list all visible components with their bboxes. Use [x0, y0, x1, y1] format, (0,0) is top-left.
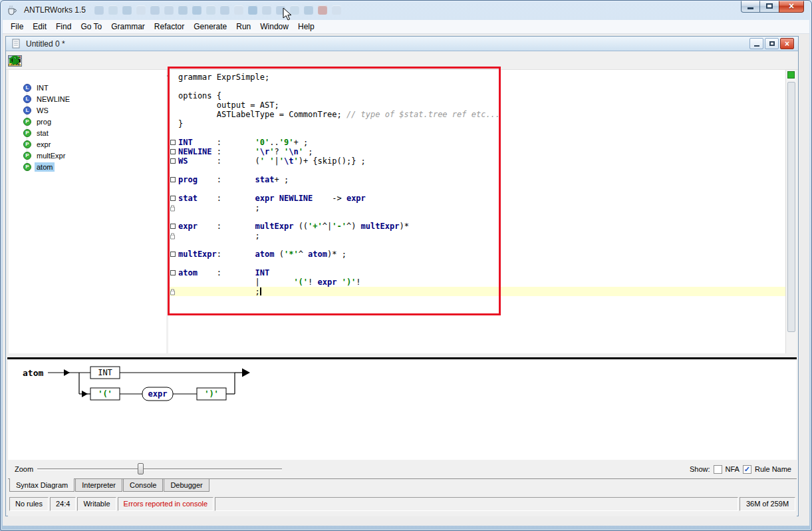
menu-item-help[interactable]: Help — [293, 20, 319, 33]
menu-item-grammar[interactable]: Grammar — [106, 20, 150, 33]
parser-rule-icon: P — [23, 118, 31, 126]
document-minimize-button[interactable] — [749, 38, 763, 49]
gutter-breakpoint-box[interactable] — [170, 252, 176, 257]
diagram-toolbar: Zoom Show: NFA ✓ Rule Name — [8, 460, 797, 478]
arrowhead — [64, 369, 70, 376]
menu-item-refactor[interactable]: Refactor — [150, 20, 189, 33]
code-text: expr : multExpr (('+'^|'-'^) multExpr)* — [178, 222, 409, 231]
syntax-diagram-panel: atom IN — [8, 359, 797, 460]
ghost-icon — [248, 5, 257, 15]
ghost-icon — [220, 5, 229, 15]
titlebar-ghost-icons — [94, 5, 341, 15]
maximize-button[interactable] — [760, 0, 779, 13]
menu-item-find[interactable]: Find — [51, 20, 76, 33]
gutter-breakpoint-box[interactable] — [170, 270, 176, 275]
ghost-icon — [136, 5, 146, 15]
lexer-rule-icon: L — [23, 106, 31, 114]
code-text: prog : stat+ ; — [178, 175, 289, 184]
parser-rule-icon: P — [23, 129, 31, 137]
grammar-editor[interactable]: grammar ExprSimple;options { output = AS… — [168, 70, 797, 353]
code-text: | '('! expr ')'! — [178, 277, 361, 287]
document-maximize-button[interactable] — [765, 38, 779, 49]
ghost-icon — [164, 5, 174, 15]
window-title: ANTLRWorks 1.5 — [24, 5, 86, 15]
document-window-controls: × — [749, 38, 794, 49]
tree-item-expr[interactable]: Pexpr — [23, 138, 166, 150]
lexer-rule-icon: L — [23, 84, 31, 92]
menu-item-run[interactable]: Run — [231, 20, 255, 33]
mdi-workspace: Untitled 0 * × S ! az — [3, 34, 809, 526]
nfa-checkbox[interactable] — [714, 465, 722, 474]
tab-syntax-diagram[interactable]: Syntax Diagram — [9, 478, 74, 492]
code-line: ; — [168, 231, 785, 240]
code-line: prog : stat+ ; — [168, 175, 785, 184]
tab-interpreter[interactable]: Interpreter — [75, 479, 122, 492]
code-line — [168, 184, 785, 194]
tree-item-label: stat — [35, 128, 51, 138]
rule-name-checkbox[interactable]: ✓ — [743, 465, 751, 474]
tree-item-atom[interactable]: Patom — [23, 161, 166, 172]
ghost-icon — [206, 5, 215, 15]
ghost-icon — [262, 5, 271, 15]
ghost-icon — [192, 5, 202, 15]
gutter-breakpoint-box[interactable] — [170, 140, 176, 145]
status-cell: 24:4 — [50, 497, 76, 511]
menu-bar: FileEditFindGo ToGrammarRefactorGenerate… — [3, 20, 809, 34]
tree-item-INT[interactable]: LINT — [23, 82, 166, 93]
tab-console[interactable]: Console — [123, 479, 163, 492]
code-line — [168, 240, 785, 250]
menu-item-window[interactable]: Window — [255, 20, 293, 33]
tree-item-NEWLINE[interactable]: LNEWLINE — [23, 93, 166, 104]
bottom-tab-strip: Syntax DiagramInterpreterConsoleDebugger — [8, 478, 797, 494]
gutter-breakpoint-box[interactable] — [170, 149, 176, 154]
code-line — [168, 166, 785, 175]
document-close-button[interactable]: × — [780, 38, 794, 49]
code-line: output = AST; — [168, 100, 785, 110]
tree-item-multExpr[interactable]: PmultExpr — [23, 150, 166, 161]
close-icon: × — [789, 1, 794, 11]
minimize-button[interactable] — [741, 0, 760, 13]
scrollbar-thumb[interactable] — [787, 82, 795, 332]
attach-debugger-icon[interactable] — [6, 53, 23, 69]
code-line: NEWLINE : '\r'? '\n' ; — [168, 147, 785, 156]
code-text: } — [178, 119, 183, 128]
gutter-breakpoint-box[interactable] — [170, 177, 176, 182]
close-icon: × — [785, 40, 789, 48]
editor-scrollbar[interactable] — [785, 70, 797, 353]
ghost-icon — [318, 5, 327, 15]
code-text: options { — [178, 91, 221, 100]
rule-name-label: Rule Name — [755, 465, 791, 473]
tree-item-WS[interactable]: LWS — [23, 104, 166, 116]
tree-item-label: expr — [35, 140, 53, 149]
gutter-breakpoint-box[interactable] — [170, 224, 176, 229]
tree-item-prog[interactable]: Pprog — [23, 116, 166, 127]
menu-item-go-to[interactable]: Go To — [76, 20, 106, 33]
gutter-breakpoint-box[interactable] — [170, 196, 176, 201]
zoom-slider-thumb[interactable] — [138, 463, 144, 474]
ghost-icon — [332, 5, 341, 15]
rule-tree[interactable]: LINTLNEWLINELWSPprogPstatPexprPmultExprP… — [9, 70, 166, 353]
code-text: multExpr: atom ('*'^ atom)* ; — [178, 250, 346, 259]
syntax-diagram: atom IN — [8, 359, 287, 426]
zoom-slider-track[interactable] — [37, 468, 282, 470]
menu-item-generate[interactable]: Generate — [189, 20, 231, 33]
code-line — [168, 259, 785, 268]
menu-item-file[interactable]: File — [6, 20, 28, 33]
menu-item-edit[interactable]: Edit — [28, 20, 51, 33]
code-line: ; — [168, 203, 785, 212]
window-titlebar[interactable]: ANTLRWorks 1.5 × — [0, 0, 812, 20]
tab-debugger[interactable]: Debugger — [164, 479, 209, 492]
maximize-icon — [769, 41, 775, 46]
document-titlebar[interactable]: Untitled 0 * × — [6, 37, 798, 51]
code-line: INT : '0'..'9'+ ; — [168, 138, 785, 147]
diagram-rule-label: atom — [23, 368, 43, 378]
gutter-breakpoint-box[interactable] — [170, 158, 176, 164]
code-line — [168, 82, 785, 91]
diagram-node-lparen-label: '(' — [98, 389, 112, 399]
tree-item-label: prog — [35, 117, 53, 126]
close-button[interactable]: × — [779, 0, 804, 13]
tree-item-label: multExpr — [35, 151, 67, 160]
code-text: ; — [178, 231, 260, 240]
tree-item-stat[interactable]: Pstat — [23, 127, 166, 138]
ghost-icon — [178, 5, 188, 15]
